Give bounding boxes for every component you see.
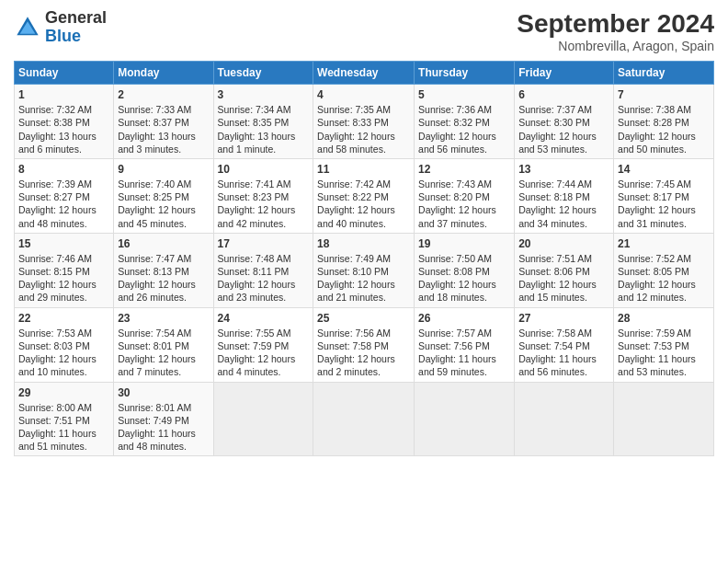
cell-line: Sunset: 8:30 PM [518, 116, 609, 129]
cell-line: Daylight: 12 hours [618, 203, 710, 216]
cell-line: Daylight: 12 hours [118, 278, 209, 291]
cell-line: Daylight: 12 hours [18, 203, 109, 216]
column-header-tuesday: Tuesday [213, 62, 313, 85]
calendar-cell: 25Sunrise: 7:56 AMSunset: 7:58 PMDayligh… [313, 307, 415, 382]
cell-line: Sunset: 8:18 PM [518, 190, 609, 203]
calendar-cell: 18Sunrise: 7:49 AMSunset: 8:10 PMDayligh… [313, 233, 415, 307]
day-number: 4 [317, 87, 410, 102]
column-header-friday: Friday [515, 62, 614, 85]
cell-line: Sunset: 8:06 PM [518, 265, 609, 278]
day-number: 18 [317, 236, 410, 251]
cell-line: Daylight: 12 hours [317, 278, 410, 291]
day-number: 11 [317, 162, 410, 177]
calendar-cell: 30Sunrise: 8:01 AMSunset: 7:49 PMDayligh… [114, 382, 213, 456]
cell-line: and 29 minutes. [18, 291, 109, 304]
calendar-row-4: 29Sunrise: 8:00 AMSunset: 7:51 PMDayligh… [15, 382, 714, 456]
cell-line: Sunrise: 7:53 AM [18, 327, 109, 339]
cell-line: Sunrise: 7:51 AM [518, 252, 609, 265]
cell-line: Daylight: 12 hours [118, 203, 209, 216]
calendar-cell: 7Sunrise: 7:38 AMSunset: 8:28 PMDaylight… [614, 85, 714, 159]
cell-line: Sunrise: 7:48 AM [218, 252, 310, 265]
cell-line: Daylight: 12 hours [218, 352, 310, 365]
cell-line: Sunrise: 7:33 AM [118, 103, 209, 116]
day-number: 28 [618, 311, 710, 326]
cell-line: and 45 minutes. [118, 217, 209, 230]
cell-line: Sunset: 7:51 PM [18, 414, 109, 427]
cell-line: Sunset: 8:33 PM [317, 116, 410, 129]
cell-line: and 37 minutes. [418, 217, 510, 230]
cell-line: Daylight: 11 hours [518, 352, 609, 365]
calendar-cell: 12Sunrise: 7:43 AMSunset: 8:20 PMDayligh… [415, 158, 515, 233]
cell-line: and 1 minute. [218, 143, 310, 155]
cell-line: Daylight: 12 hours [218, 203, 310, 216]
cell-line: Daylight: 12 hours [317, 130, 410, 143]
cell-line: and 2 minutes. [317, 365, 410, 378]
cell-line: and 59 minutes. [418, 365, 510, 378]
cell-line: Sunset: 8:08 PM [418, 265, 510, 278]
day-number: 17 [218, 236, 310, 251]
cell-line: Sunrise: 7:59 AM [618, 327, 710, 339]
header: General Blue September 2024 Nombrevilla,… [14, 9, 714, 53]
calendar-cell: 2Sunrise: 7:33 AMSunset: 8:37 PMDaylight… [114, 85, 213, 159]
cell-line: Sunset: 8:10 PM [317, 265, 410, 278]
cell-line: Daylight: 13 hours [218, 130, 310, 143]
cell-line: Sunset: 8:38 PM [18, 116, 109, 129]
day-number: 10 [218, 162, 310, 177]
cell-line: Sunset: 7:56 PM [418, 339, 510, 352]
cell-line: Sunrise: 7:50 AM [418, 252, 510, 265]
column-header-thursday: Thursday [415, 62, 515, 85]
day-number: 6 [518, 87, 609, 102]
calendar-cell: 28Sunrise: 7:59 AMSunset: 7:53 PMDayligh… [614, 307, 714, 382]
cell-line: and 53 minutes. [618, 365, 710, 378]
cell-line: and 15 minutes. [518, 291, 609, 304]
day-number: 30 [118, 385, 209, 400]
cell-line: Daylight: 12 hours [418, 203, 510, 216]
page-container: General Blue September 2024 Nombrevilla,… [0, 0, 728, 465]
cell-line: and 48 minutes. [118, 440, 209, 453]
cell-line: Daylight: 12 hours [518, 130, 609, 143]
calendar-cell: 9Sunrise: 7:40 AMSunset: 8:25 PMDaylight… [114, 158, 213, 233]
day-number: 22 [18, 311, 109, 326]
day-number: 3 [218, 87, 310, 102]
calendar-cell: 21Sunrise: 7:52 AMSunset: 8:05 PMDayligh… [614, 233, 714, 307]
cell-line: Daylight: 12 hours [317, 203, 410, 216]
cell-line: Sunrise: 7:56 AM [317, 327, 410, 339]
cell-line: Sunset: 8:27 PM [18, 190, 109, 203]
day-number: 19 [418, 236, 510, 251]
calendar-cell: 26Sunrise: 7:57 AMSunset: 7:56 PMDayligh… [415, 307, 515, 382]
cell-line: Daylight: 13 hours [118, 130, 209, 143]
calendar-cell: 6Sunrise: 7:37 AMSunset: 8:30 PMDaylight… [515, 85, 614, 159]
day-number: 13 [518, 162, 609, 177]
day-number: 20 [518, 236, 609, 251]
calendar-header: SundayMondayTuesdayWednesdayThursdayFrid… [15, 62, 714, 85]
cell-line: Daylight: 12 hours [18, 352, 109, 365]
cell-line: Sunset: 8:13 PM [118, 265, 209, 278]
calendar-row-2: 15Sunrise: 7:46 AMSunset: 8:15 PMDayligh… [15, 233, 714, 307]
cell-line: and 23 minutes. [218, 291, 310, 304]
cell-line: Sunrise: 7:41 AM [218, 178, 310, 190]
location-subtitle: Nombrevilla, Aragon, Spain [517, 39, 714, 53]
calendar-cell: 23Sunrise: 7:54 AMSunset: 8:01 PMDayligh… [114, 307, 213, 382]
column-header-saturday: Saturday [614, 62, 714, 85]
logo-text: General Blue [45, 9, 107, 46]
cell-line: and 34 minutes. [518, 217, 609, 230]
cell-line: Daylight: 11 hours [118, 427, 209, 440]
calendar-cell: 11Sunrise: 7:42 AMSunset: 8:22 PMDayligh… [313, 158, 415, 233]
cell-line: Sunset: 8:03 PM [18, 339, 109, 352]
calendar-cell [614, 382, 714, 456]
month-title: September 2024 [517, 9, 714, 39]
cell-line: Sunrise: 8:01 AM [118, 401, 209, 414]
cell-line: and 50 minutes. [618, 143, 710, 155]
cell-line: Sunrise: 7:32 AM [18, 103, 109, 116]
calendar-row-1: 8Sunrise: 7:39 AMSunset: 8:27 PMDaylight… [15, 158, 714, 233]
column-header-wednesday: Wednesday [313, 62, 415, 85]
cell-line: Sunrise: 7:44 AM [518, 178, 609, 190]
day-number: 8 [18, 162, 109, 177]
cell-line: Sunset: 8:35 PM [218, 116, 310, 129]
calendar-table: SundayMondayTuesdayWednesdayThursdayFrid… [14, 61, 714, 456]
cell-line: Sunrise: 7:52 AM [618, 252, 710, 265]
title-block: September 2024 Nombrevilla, Aragon, Spai… [517, 9, 714, 53]
cell-line: Sunset: 8:23 PM [218, 190, 310, 203]
cell-line: Daylight: 12 hours [618, 278, 710, 291]
cell-line: Sunset: 8:32 PM [418, 116, 510, 129]
